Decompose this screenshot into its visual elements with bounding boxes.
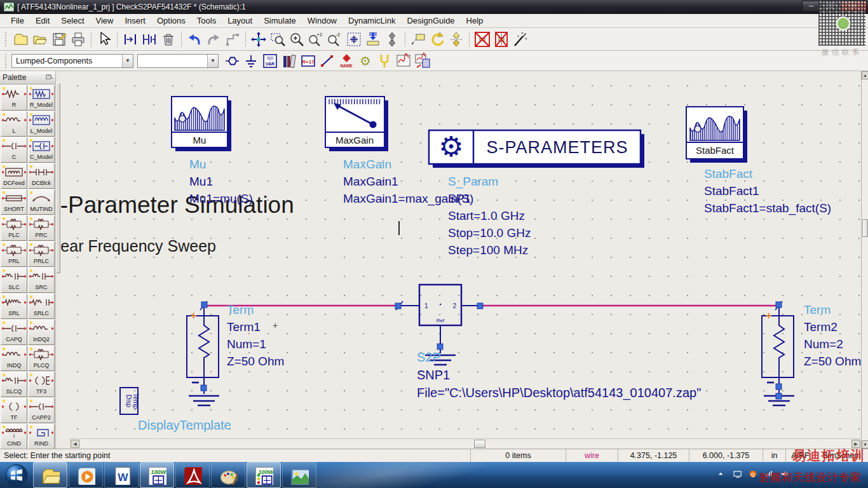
ground-button[interactable] bbox=[242, 52, 260, 70]
toolbar-grip[interactable] bbox=[5, 54, 8, 68]
menu-insert[interactable]: Insert bbox=[119, 15, 151, 27]
node-handle[interactable] bbox=[776, 393, 782, 399]
zoom-area-button[interactable] bbox=[269, 30, 287, 48]
toolbar-grip[interactable] bbox=[5, 32, 8, 46]
tray-hidden-icons-button[interactable] bbox=[717, 470, 728, 481]
sparam-labels[interactable]: S_Param SP1 Start=1.0 GHz Stop=10.0 GHz … bbox=[448, 173, 531, 259]
palette-item-plcq[interactable]: PLCQ bbox=[28, 346, 55, 371]
schematic-subtitle-text[interactable]: Linear Frequency Sweep bbox=[60, 237, 216, 255]
palette-item-rind[interactable]: RIND bbox=[28, 424, 55, 449]
palette-item-capp2[interactable]: CAPP2 bbox=[28, 398, 55, 423]
zoom-in-x2-button[interactable]: +2 bbox=[307, 30, 325, 48]
plot-button[interactable] bbox=[395, 52, 412, 70]
taskbar-windows-explorer-button[interactable] bbox=[33, 462, 67, 488]
display-template-label[interactable]: DisplayTemplate bbox=[138, 417, 231, 434]
taskbar-media-player-button[interactable] bbox=[69, 462, 103, 488]
palette-item-indq[interactable]: INDQ bbox=[1, 346, 27, 371]
stabfact-labels[interactable]: StabFact StabFact1 StabFact1=stab_fact(S… bbox=[704, 165, 831, 217]
minimize-button[interactable]: ─ bbox=[802, 1, 820, 12]
menu-options[interactable]: Options bbox=[151, 15, 191, 27]
simulation-wizard-button[interactable] bbox=[512, 30, 529, 48]
insert-pin-button[interactable] bbox=[121, 30, 139, 48]
taskbar-ads-schematic-button[interactable]: 100W bbox=[140, 462, 174, 488]
palette-item-srlc[interactable]: SRLC bbox=[28, 294, 55, 319]
node-handle[interactable] bbox=[395, 303, 401, 309]
pop-out-of-hierarchy-button[interactable] bbox=[383, 30, 401, 48]
component-part-select[interactable]: ▼ bbox=[137, 54, 219, 68]
deactivate-button[interactable] bbox=[473, 30, 491, 48]
menu-window[interactable]: Window bbox=[302, 15, 342, 27]
name-button[interactable]: NAME bbox=[337, 52, 355, 70]
float-panel-icon[interactable] bbox=[46, 74, 53, 81]
redo-button[interactable] bbox=[205, 30, 222, 48]
scroll-left-icon[interactable]: ◀ bbox=[71, 440, 79, 448]
library-button[interactable] bbox=[280, 52, 298, 70]
taskbar-ads-simulator-button[interactable]: 100W bbox=[247, 462, 281, 488]
palette-item-src[interactable]: SRC bbox=[28, 268, 55, 293]
maxgain-meter-symbol[interactable]: MaxGain bbox=[325, 97, 388, 151]
palette-item-indq2[interactable]: InDQ2 bbox=[28, 320, 55, 345]
menu-help[interactable]: Help bbox=[461, 15, 489, 27]
tray-qq-button[interactable]: Q bbox=[749, 470, 760, 481]
palette-item-srl[interactable]: SRL bbox=[1, 294, 27, 319]
open-button[interactable] bbox=[31, 30, 49, 48]
menu-dynamiclink[interactable]: DynamicLink bbox=[342, 15, 401, 27]
palette-item-dcfeed[interactable]: DCFeed bbox=[1, 163, 27, 189]
stabfact-meter-symbol[interactable]: StabFact bbox=[686, 107, 747, 163]
horizontal-scrollbar[interactable]: ◀ ▶ bbox=[70, 438, 861, 449]
new-button[interactable] bbox=[12, 30, 30, 48]
mirror-button[interactable] bbox=[447, 30, 465, 48]
palette-splitter[interactable] bbox=[56, 83, 60, 273]
save-plot-button[interactable] bbox=[414, 52, 431, 70]
display-params-button[interactable]: R=17 bbox=[299, 52, 317, 70]
s2p-labels[interactable]: S2P SNP1 File="C:\Users\HP\Desktop\atf54… bbox=[417, 348, 701, 402]
taskbar-paint-button[interactable] bbox=[211, 462, 245, 488]
palette-item-l[interactable]: L bbox=[1, 111, 27, 137]
menu-simulate[interactable]: Simulate bbox=[258, 15, 302, 27]
maximize-button[interactable]: ❐ bbox=[821, 1, 839, 12]
zoom-out-x2-button[interactable]: -2 bbox=[326, 30, 344, 48]
palette-item-r_model[interactable]: R_Model bbox=[28, 85, 55, 111]
chevron-down-icon[interactable]: ▼ bbox=[207, 55, 218, 67]
taskbar-word-button[interactable]: W bbox=[104, 462, 139, 488]
schematic-title-text[interactable]: S-Parameter Simulation bbox=[60, 192, 294, 219]
term1-labels[interactable]: Term Term1 Num=1 Z=50 Ohm bbox=[227, 301, 284, 370]
palette-item-short[interactable]: SHORT bbox=[1, 189, 27, 215]
pointer-button[interactable] bbox=[95, 30, 113, 48]
tray-network-button[interactable] bbox=[764, 470, 776, 481]
palette-item-c_model[interactable]: C_Model bbox=[28, 137, 55, 163]
deactivate-short-button[interactable] bbox=[492, 30, 510, 48]
rotate-button[interactable] bbox=[428, 30, 446, 48]
undo-button[interactable] bbox=[186, 30, 203, 48]
save-button[interactable] bbox=[50, 30, 68, 48]
term2-labels[interactable]: Term Term2 Num=2 Z=50 Ohm bbox=[804, 301, 861, 370]
menu-tools[interactable]: Tools bbox=[191, 15, 222, 27]
port-button[interactable] bbox=[223, 52, 241, 70]
menu-view[interactable]: View bbox=[90, 15, 119, 27]
palette-item-slcq[interactable]: SLCQ bbox=[1, 372, 27, 397]
menu-layout[interactable]: Layout bbox=[222, 15, 258, 27]
palette-item-tf[interactable]: TF bbox=[1, 398, 27, 423]
tray-volume-button[interactable] bbox=[780, 470, 792, 481]
gears-button[interactable]: ⚙ bbox=[356, 52, 374, 70]
tune-button[interactable] bbox=[376, 52, 393, 70]
insert-pins-button[interactable] bbox=[140, 30, 158, 48]
scroll-right-icon[interactable]: ▶ bbox=[851, 440, 860, 448]
var-button[interactable]: 0|0VAR bbox=[261, 52, 279, 70]
component-category-select[interactable]: Lumped-Components ▼ bbox=[11, 54, 133, 68]
palette-item-capq[interactable]: CAPQ bbox=[1, 320, 27, 345]
zoom-in-button[interactable] bbox=[288, 30, 306, 48]
delete-button[interactable] bbox=[159, 30, 177, 48]
print-button[interactable] bbox=[69, 30, 87, 48]
palette-item-dcblck[interactable]: DCBlck bbox=[28, 163, 55, 189]
palette-item-prl[interactable]: PRL bbox=[1, 241, 27, 267]
move-button[interactable] bbox=[250, 30, 268, 48]
route-button[interactable] bbox=[224, 30, 241, 48]
wire-label-button[interactable] bbox=[409, 30, 427, 48]
scroll-down-icon[interactable]: ▼ bbox=[862, 440, 868, 449]
node-handle[interactable] bbox=[776, 302, 782, 308]
horizontal-scroll-thumb[interactable] bbox=[474, 440, 485, 448]
palette-item-prlc[interactable]: PRLC bbox=[28, 241, 55, 267]
push-into-hierarchy-button[interactable] bbox=[364, 30, 382, 48]
palette-item-cind[interactable]: 1CIND bbox=[1, 424, 27, 449]
